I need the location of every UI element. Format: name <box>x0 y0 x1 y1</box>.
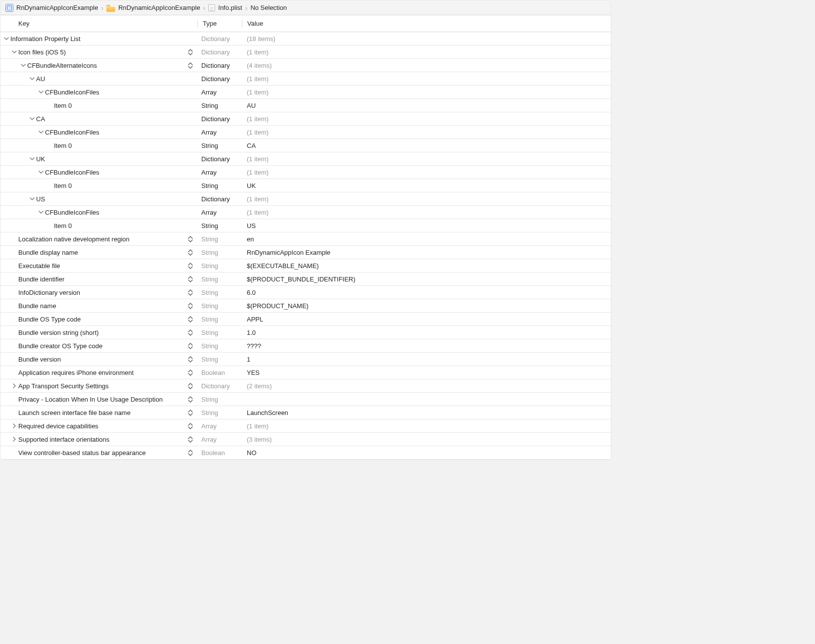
table-row[interactable]: CFBundleIconFilesArray(1 item) <box>0 126 611 139</box>
key-stepper-icon[interactable] <box>187 435 194 443</box>
key-stepper-icon[interactable] <box>187 449 194 457</box>
value-cell[interactable]: (1 item) <box>242 46 611 58</box>
key-stepper-icon[interactable] <box>187 422 194 430</box>
value-cell[interactable]: (18 items) <box>242 32 611 45</box>
table-row[interactable]: Information Property ListDictionary(18 i… <box>0 32 611 46</box>
key-cell[interactable]: Bundle version <box>0 353 197 366</box>
type-cell[interactable]: Dictionary <box>197 72 242 85</box>
table-row[interactable]: View controller-based status bar appeara… <box>0 446 611 460</box>
type-cell[interactable]: String <box>197 139 242 152</box>
table-row[interactable]: CFBundleAlternateIconsDictionary(4 items… <box>0 59 611 72</box>
table-row[interactable]: Privacy - Location When In Use Usage Des… <box>0 393 611 406</box>
value-cell[interactable]: (1 item) <box>242 152 611 165</box>
key-stepper-icon[interactable] <box>187 328 194 336</box>
value-cell[interactable]: AU <box>242 99 611 112</box>
type-cell[interactable]: String <box>197 313 242 325</box>
chevron-right-icon[interactable] <box>11 436 17 442</box>
table-row[interactable]: Bundle versionString1 <box>0 353 611 366</box>
type-cell[interactable]: Array <box>197 86 242 98</box>
table-row[interactable]: InfoDictionary versionString6.0 <box>0 286 611 299</box>
key-cell[interactable]: Item 0 <box>0 99 197 112</box>
type-cell[interactable]: String <box>197 406 242 419</box>
key-cell[interactable]: AU <box>0 72 197 85</box>
value-cell[interactable]: (1 item) <box>242 206 611 219</box>
key-cell[interactable]: CFBundleAlternateIcons <box>0 59 197 72</box>
chevron-down-icon[interactable] <box>29 116 35 122</box>
key-stepper-icon[interactable] <box>187 288 194 296</box>
key-cell[interactable]: CFBundleIconFiles <box>0 166 197 179</box>
type-cell[interactable]: Dictionary <box>197 59 242 72</box>
type-cell[interactable]: Array <box>197 166 242 179</box>
key-cell[interactable]: CFBundleIconFiles <box>0 126 197 138</box>
key-cell[interactable]: Bundle OS Type code <box>0 313 197 325</box>
type-cell[interactable]: String <box>197 246 242 259</box>
value-cell[interactable]: 1.0 <box>242 326 611 339</box>
breadcrumb-folder[interactable]: RnDynamicAppIconExample <box>106 4 200 12</box>
chevron-down-icon[interactable] <box>29 156 35 162</box>
table-row[interactable]: Application requires iPhone environmentB… <box>0 366 611 379</box>
table-row[interactable]: Item 0StringCA <box>0 139 611 152</box>
table-row[interactable]: CFBundleIconFilesArray(1 item) <box>0 86 611 99</box>
key-stepper-icon[interactable] <box>187 382 194 390</box>
type-cell[interactable]: String <box>197 99 242 112</box>
key-cell[interactable]: UK <box>0 152 197 165</box>
table-row[interactable]: CFBundleIconFilesArray(1 item) <box>0 206 611 219</box>
value-cell[interactable]: CA <box>242 139 611 152</box>
type-cell[interactable]: String <box>197 259 242 272</box>
table-row[interactable]: Item 0StringUS <box>0 219 611 232</box>
value-cell[interactable]: (1 item) <box>242 419 611 432</box>
value-cell[interactable] <box>242 393 611 406</box>
type-cell[interactable]: Dictionary <box>197 32 242 45</box>
value-cell[interactable]: (3 items) <box>242 433 611 446</box>
value-cell[interactable]: LaunchScreen <box>242 406 611 419</box>
value-cell[interactable]: 6.0 <box>242 286 611 299</box>
chevron-down-icon[interactable] <box>38 129 44 135</box>
chevron-down-icon[interactable] <box>29 196 35 202</box>
key-cell[interactable]: View controller-based status bar appeara… <box>0 446 197 459</box>
key-cell[interactable]: Item 0 <box>0 179 197 192</box>
table-row[interactable]: USDictionary(1 item) <box>0 192 611 206</box>
value-cell[interactable]: US <box>242 219 611 232</box>
value-cell[interactable]: $(PRODUCT_NAME) <box>242 299 611 312</box>
key-cell[interactable]: Required device capabilities <box>0 419 197 432</box>
type-cell[interactable]: String <box>197 179 242 192</box>
key-cell[interactable]: Icon files (iOS 5) <box>0 46 197 58</box>
type-cell[interactable]: Dictionary <box>197 379 242 392</box>
key-stepper-icon[interactable] <box>187 235 194 243</box>
table-row[interactable]: Launch screen interface file base nameSt… <box>0 406 611 419</box>
key-cell[interactable]: CFBundleIconFiles <box>0 86 197 98</box>
type-cell[interactable]: Array <box>197 419 242 432</box>
type-cell[interactable]: Array <box>197 433 242 446</box>
key-stepper-icon[interactable] <box>187 395 194 403</box>
table-row[interactable]: Required device capabilitiesArray(1 item… <box>0 419 611 433</box>
key-cell[interactable]: Localization native development region <box>0 232 197 245</box>
chevron-down-icon[interactable] <box>38 169 44 175</box>
key-cell[interactable]: Bundle display name <box>0 246 197 259</box>
key-cell[interactable]: Item 0 <box>0 219 197 232</box>
value-cell[interactable]: (1 item) <box>242 192 611 205</box>
table-row[interactable]: Bundle OS Type codeStringAPPL <box>0 313 611 326</box>
key-cell[interactable]: CA <box>0 112 197 125</box>
value-cell[interactable]: en <box>242 232 611 245</box>
type-cell[interactable]: Array <box>197 206 242 219</box>
table-row[interactable]: AUDictionary(1 item) <box>0 72 611 86</box>
value-cell[interactable]: (4 items) <box>242 59 611 72</box>
value-cell[interactable]: UK <box>242 179 611 192</box>
table-row[interactable]: UKDictionary(1 item) <box>0 152 611 166</box>
type-cell[interactable]: Dictionary <box>197 152 242 165</box>
type-cell[interactable]: String <box>197 339 242 352</box>
type-cell[interactable]: Boolean <box>197 366 242 379</box>
type-cell[interactable]: Dictionary <box>197 192 242 205</box>
table-row[interactable]: Item 0StringAU <box>0 99 611 112</box>
type-cell[interactable]: Dictionary <box>197 46 242 58</box>
value-cell[interactable]: NO <box>242 446 611 459</box>
value-cell[interactable]: APPL <box>242 313 611 325</box>
key-cell[interactable]: InfoDictionary version <box>0 286 197 299</box>
key-stepper-icon[interactable] <box>187 61 194 69</box>
key-stepper-icon[interactable] <box>187 262 194 270</box>
type-cell[interactable]: String <box>197 232 242 245</box>
type-cell[interactable]: String <box>197 326 242 339</box>
chevron-down-icon[interactable] <box>38 89 44 95</box>
key-cell[interactable]: Item 0 <box>0 139 197 152</box>
table-row[interactable]: Executable fileString$(EXECUTABLE_NAME) <box>0 259 611 273</box>
